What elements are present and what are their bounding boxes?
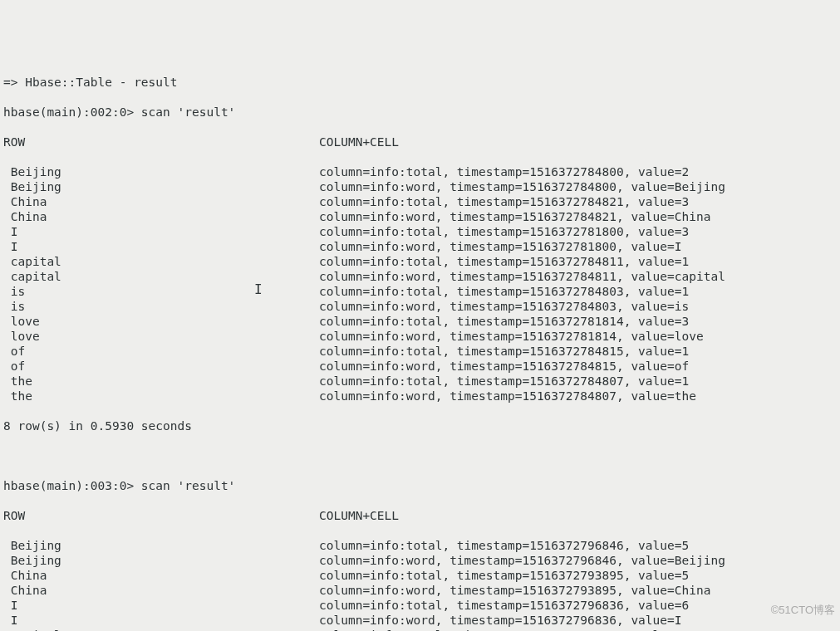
- table-row-cell: column=info:total, timestamp=15163727938…: [319, 568, 689, 583]
- prompt-003: hbase(main):003:0> scan 'result': [3, 478, 235, 493]
- table-row-cell: column=info:word, timestamp=151637279389…: [319, 583, 710, 598]
- scan1-footer: 8 row(s) in 0.5930 seconds: [3, 418, 192, 433]
- table-row-cell: column=info:total, timestamp=15163727848…: [319, 194, 689, 209]
- row-header: ROW: [3, 508, 319, 523]
- table-row-key: is: [3, 299, 319, 314]
- text-cursor-icon: I: [254, 282, 263, 297]
- table-row-cell: column=info:total, timestamp=15163727968…: [319, 598, 689, 613]
- watermark-label: ©51CTO博客: [771, 603, 835, 618]
- table-row-cell: column=info:word, timestamp=151637278482…: [319, 209, 710, 224]
- table-row-cell: column=info:word, timestamp=151637278180…: [319, 239, 682, 254]
- table-row-cell: column=info:total, timestamp=15163727848…: [319, 254, 689, 269]
- table-row-cell: column=info:word, timestamp=151637278181…: [319, 329, 704, 344]
- table-row-key: China: [3, 194, 319, 209]
- table-row-key: China: [3, 568, 319, 583]
- table-row-key: I: [3, 598, 319, 613]
- prompt-002: hbase(main):002:0> scan 'result': [3, 105, 235, 120]
- table-row-key: capital: [3, 628, 319, 631]
- table-row-key: capital: [3, 269, 319, 284]
- table-row-key: love: [3, 314, 319, 329]
- table-row-cell: column=info:word, timestamp=151637279683…: [319, 613, 682, 628]
- table-row-key: Beijing: [3, 179, 319, 194]
- table-row-key: I: [3, 613, 319, 628]
- table-row-key: I: [3, 239, 319, 254]
- table-header-line: => Hbase::Table - result: [3, 75, 178, 90]
- table-row-key: of: [3, 359, 319, 374]
- table-row-key: Beijing: [3, 538, 319, 553]
- table-row-cell: column=info:word, timestamp=151637279684…: [319, 553, 725, 568]
- table-row-cell: column=info:total, timestamp=15163727968…: [319, 538, 689, 553]
- table-row-cell: column=info:total, timestamp=15163727848…: [319, 284, 689, 299]
- table-row-cell: column=info:total, timestamp=15163727848…: [319, 344, 689, 359]
- table-row-cell: column=info:word, timestamp=151637278480…: [319, 179, 725, 194]
- table-row-key: of: [3, 344, 319, 359]
- table-row-key: China: [3, 583, 319, 598]
- table-row-cell: column=info:total, timestamp=15163727818…: [319, 314, 689, 329]
- table-row-cell: column=info:total, timestamp=15163727848…: [319, 164, 689, 179]
- row-header: ROW: [3, 135, 319, 149]
- terminal-output: => Hbase::Table - result hbase(main):002…: [3, 60, 837, 631]
- column-cell-header: COLUMN+CELL: [319, 135, 399, 149]
- table-row-cell: column=info:word, timestamp=151637278480…: [319, 389, 696, 404]
- table-row-key: love: [3, 329, 319, 344]
- table-row-key: I: [3, 224, 319, 239]
- table-row-cell: column=info:total, timestamp=15163727848…: [319, 374, 689, 389]
- column-cell-header: COLUMN+CELL: [319, 508, 399, 523]
- table-row-cell: column=info:word, timestamp=151637278481…: [319, 359, 689, 374]
- table-row-cell: column=info:word, timestamp=151637278481…: [319, 269, 725, 284]
- table-row-key: capital: [3, 254, 319, 269]
- table-row-key: the: [3, 374, 319, 389]
- table-row-cell: column=info:total, timestamp=15163727938…: [319, 628, 689, 631]
- table-row-cell: column=info:word, timestamp=151637278480…: [319, 299, 689, 314]
- table-row-cell: column=info:total, timestamp=15163727818…: [319, 224, 689, 239]
- table-row-key: Beijing: [3, 553, 319, 568]
- table-row-key: the: [3, 389, 319, 404]
- table-row-key: China: [3, 209, 319, 224]
- table-row-key: Beijing: [3, 164, 319, 179]
- table-row-key: is: [3, 284, 319, 299]
